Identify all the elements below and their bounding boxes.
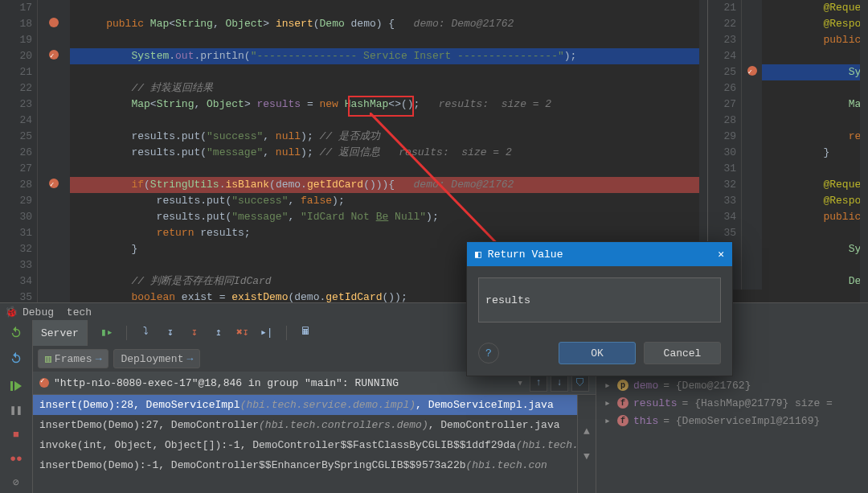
stack-frame[interactable]: invoke(int, Object, Object[]):-1, DemoCo… <box>33 435 596 455</box>
code-line[interactable]: 25 Syste <box>708 64 868 80</box>
update-button[interactable] <box>0 346 33 372</box>
run-to-cursor-icon[interactable]: ▸| <box>260 326 273 339</box>
code-line[interactable]: 28 <box>708 113 868 129</box>
code-line[interactable]: 19 <box>0 32 707 48</box>
gutter-mark[interactable] <box>38 273 70 290</box>
scroll-down-icon[interactable]: ▼ <box>583 450 590 462</box>
code-text[interactable] <box>762 257 868 273</box>
code-text[interactable]: return results; <box>70 225 707 241</box>
line-number[interactable]: 20 <box>0 48 38 64</box>
code-line[interactable]: 26 <box>708 80 868 97</box>
line-number[interactable]: 30 <box>708 145 742 161</box>
code-text[interactable]: public Ma <box>762 32 868 48</box>
thread-dropdown-icon[interactable]: ▾ <box>517 376 523 389</box>
gutter-mark[interactable] <box>38 16 70 32</box>
code-text[interactable]: // 封装返回结果 <box>70 80 707 97</box>
return-value-input[interactable] <box>478 277 721 323</box>
gutter-mark[interactable] <box>742 161 762 177</box>
line-number[interactable]: 17 <box>0 0 38 16</box>
code-line[interactable]: 24 <box>0 113 707 129</box>
gutter-mark[interactable] <box>38 0 70 16</box>
gutter-mark[interactable] <box>742 177 762 193</box>
gutter-mark[interactable] <box>742 193 762 209</box>
code-line[interactable]: 26 results.put("message", null); // 返回信息… <box>0 145 707 161</box>
scroll-up-icon[interactable]: ▲ <box>583 425 590 438</box>
code-text[interactable] <box>70 161 707 177</box>
code-text[interactable] <box>762 80 868 97</box>
line-number[interactable]: 26 <box>0 145 38 161</box>
line-number[interactable]: 22 <box>0 80 38 97</box>
prev-frame-button[interactable]: ↑ <box>530 374 547 392</box>
gutter-mark[interactable] <box>742 113 762 129</box>
gutter-mark[interactable] <box>742 32 762 48</box>
code-text[interactable] <box>762 161 868 177</box>
code-text[interactable]: } <box>762 145 868 161</box>
code-text[interactable] <box>762 225 868 241</box>
line-number[interactable]: 23 <box>0 97 38 113</box>
code-text[interactable]: @Response <box>762 193 868 209</box>
gutter-mark[interactable] <box>38 161 70 177</box>
line-number[interactable]: 32 <box>708 177 742 193</box>
subtab-frames[interactable]: ▥ Frames → <box>38 349 108 368</box>
line-number[interactable]: 19 <box>0 32 38 48</box>
code-text[interactable] <box>70 64 707 80</box>
evaluate-expression-icon[interactable]: 🖩 <box>300 326 313 339</box>
expand-icon[interactable]: ▸ <box>603 379 612 392</box>
gutter-mark[interactable] <box>742 48 762 64</box>
line-number[interactable]: 26 <box>708 80 742 97</box>
code-line[interactable]: 28 if(StringUtils.isBlank(demo.getIdCard… <box>0 177 707 193</box>
code-line[interactable]: 29 retur <box>708 129 868 145</box>
next-frame-button[interactable]: ↓ <box>551 374 568 392</box>
ok-button[interactable]: OK <box>559 342 636 364</box>
code-text[interactable]: results.put("message", null); // 返回信息 re… <box>70 145 707 161</box>
line-number[interactable]: 18 <box>0 16 38 32</box>
code-text[interactable] <box>70 0 707 16</box>
code-line[interactable]: 17 <box>0 0 707 16</box>
code-text[interactable]: System.out.println("---------------- Ser… <box>70 48 707 64</box>
stop-button[interactable]: ■ <box>8 426 24 442</box>
dialog-close-button[interactable]: ✕ <box>718 248 724 261</box>
stack-frame[interactable]: insertDemo(Demo):27, DemoController (hbi… <box>33 415 596 435</box>
expand-icon[interactable]: ▸ <box>603 414 612 427</box>
line-number[interactable]: 30 <box>0 209 38 225</box>
breakpoint-hit-icon[interactable] <box>49 50 59 60</box>
code-text[interactable]: if(StringUtils.isBlank(demo.getIdCard())… <box>70 177 707 193</box>
code-text[interactable] <box>762 48 868 64</box>
gutter-mark[interactable] <box>38 32 70 48</box>
code-line[interactable]: 35 <box>708 225 868 241</box>
code-text[interactable]: Map<String, Object> results = new HashMa… <box>70 97 707 113</box>
step-into-icon[interactable]: ↧ <box>164 326 177 339</box>
dialog-help-button[interactable]: ? <box>478 343 499 364</box>
code-text[interactable]: results.put("success", false); <box>70 193 707 209</box>
gutter-mark[interactable] <box>38 80 70 97</box>
code-text[interactable]: Demo <box>762 273 868 290</box>
gutter-mark[interactable] <box>742 0 762 16</box>
code-line[interactable]: 18 public Map<String, Object> insert(Dem… <box>0 16 707 32</box>
code-text[interactable]: results.put("message", "IdCard Not Be Nu… <box>70 209 707 225</box>
gutter-mark[interactable] <box>38 209 70 225</box>
show-execution-point-icon[interactable]: ▮▸ <box>100 326 113 339</box>
line-number[interactable]: 31 <box>0 225 38 241</box>
code-line[interactable]: 22 @Response <box>708 16 868 32</box>
gutter-mark[interactable] <box>38 193 70 209</box>
breakpoint-icon[interactable] <box>49 18 59 27</box>
line-number[interactable]: 24 <box>708 48 742 64</box>
variable-row[interactable]: ▸fthis = {DemoServiceImpl@21169} <box>603 412 862 429</box>
code-line[interactable]: 23 Map<String, Object> results = new Has… <box>0 97 707 113</box>
gutter-mark[interactable] <box>38 48 70 64</box>
line-number[interactable]: 34 <box>708 209 742 225</box>
gutter-mark[interactable] <box>742 241 762 257</box>
code-text[interactable]: Syste <box>762 64 868 80</box>
gutter-mark[interactable] <box>742 16 762 32</box>
step-over-icon[interactable]: ⤵ <box>140 326 153 339</box>
code-line[interactable]: 24 <box>708 48 868 64</box>
subtab-deployment[interactable]: Deployment → <box>113 349 200 368</box>
variables-panel[interactable]: ▸pdemo = {Demo@21762}▸fresults = {HashMa… <box>596 372 868 493</box>
code-text[interactable]: Syste <box>762 241 868 257</box>
variable-row[interactable]: ▸pdemo = {Demo@21762} <box>603 376 862 394</box>
breakpoint-hit-icon[interactable] <box>49 179 59 188</box>
gutter-mark[interactable] <box>742 64 762 80</box>
line-number[interactable]: 33 <box>708 193 742 209</box>
line-number[interactable]: 27 <box>708 97 742 113</box>
cancel-button[interactable]: Cancel <box>644 342 721 364</box>
